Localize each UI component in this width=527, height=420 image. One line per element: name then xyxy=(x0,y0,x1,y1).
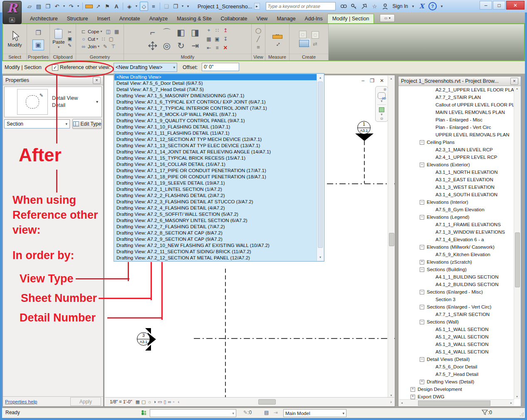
undo-dropdown-icon[interactable]: ▾ xyxy=(62,2,66,10)
dropdown-item[interactable]: Drafting View: A7.1_11_FLASHING DETAIL (… xyxy=(114,130,317,136)
tree-item[interactable]: A7.1_3_WINDOW ELEVATIONS xyxy=(399,228,514,236)
design-options-icon[interactable]: ▤ xyxy=(264,410,269,415)
view-restore-icon[interactable]: ❐ xyxy=(370,78,374,84)
panel-label-properties[interactable]: Properties xyxy=(27,54,49,60)
vertical-scroll-thumb[interactable] xyxy=(389,233,394,246)
sun-path-icon[interactable]: ☼ xyxy=(147,399,151,405)
tree-item[interactable]: A7.1_1_FRAME ELEVATIONS xyxy=(399,221,514,228)
section-tool-icon[interactable]: ◇ xyxy=(140,2,148,11)
open-icon[interactable]: ▱ xyxy=(26,2,33,10)
collapse-icon[interactable]: − xyxy=(420,140,424,145)
collapse-icon[interactable]: − xyxy=(420,305,424,309)
chevron-down-icon[interactable]: ▾ xyxy=(173,65,175,69)
default-3d-view-icon[interactable]: ◈ xyxy=(126,2,133,10)
underlay-icon[interactable]: ≡ xyxy=(254,44,262,51)
dropdown-item[interactable]: Drafting View: A7.2_11_SECTION AT SIDING… xyxy=(114,249,317,255)
rotate-icon[interactable]: ↻ xyxy=(174,39,188,52)
expand-icon[interactable]: + xyxy=(420,380,424,384)
scroll-right-icon[interactable]: › xyxy=(390,399,392,404)
tree-item[interactable]: A7.5_7_Head Detail xyxy=(399,371,514,378)
dropdown-item[interactable]: Drafting View: A7.1_10_FLASHING DETAIL (… xyxy=(114,124,317,130)
panel-label-create[interactable]: Create xyxy=(289,54,328,60)
tree-item[interactable]: A5.1_1_WALL SECTION xyxy=(399,326,514,333)
unpin-icon[interactable]: ↥ xyxy=(221,26,230,35)
dropdown-item[interactable]: Detail View: A7.5_7_Head Detail (7/A7.5) xyxy=(114,86,317,93)
switch-windows-dropdown-icon[interactable]: ▾ xyxy=(181,2,184,10)
collapse-icon[interactable]: − xyxy=(420,357,424,362)
favorites-star-icon[interactable]: ☆ xyxy=(371,2,379,10)
tree-item[interactable]: A7.1_4_Elevation 6 - a xyxy=(399,236,514,243)
expand-icon[interactable]: + xyxy=(411,387,415,392)
browser-vertical-scrollbar[interactable]: ▴ ▾ xyxy=(514,86,520,399)
properties-header[interactable]: Properties ✕ xyxy=(3,76,103,85)
exchange-apps-icon[interactable]: X xyxy=(418,2,426,10)
tab-modify-section[interactable]: Modify | Section xyxy=(327,14,374,23)
help-icon[interactable]: ? xyxy=(428,2,437,10)
dimension-icon[interactable] xyxy=(85,2,93,10)
cut-button[interactable]: ○Cut▾∷▢ xyxy=(81,35,119,42)
tree-item[interactable]: A5.1_4_WALL SECTION xyxy=(399,348,514,356)
tree-item[interactable]: A2.3_1_MAIN LEVEL RCP xyxy=(399,146,514,153)
thin-lines-icon[interactable]: ≡ xyxy=(150,2,157,10)
close-hidden-windows-icon[interactable]: ❏ xyxy=(163,2,170,10)
subscription-key-icon[interactable] xyxy=(350,2,358,10)
dropdown-item[interactable]: Drafting View: A7.1_18_PIPE OR CONDUIT P… xyxy=(114,174,317,180)
scroll-up-icon[interactable]: ▴ xyxy=(317,76,324,79)
search-icon[interactable] xyxy=(340,2,347,10)
panel-label-clipboard[interactable]: Clipboard xyxy=(50,54,76,60)
redo-icon[interactable]: ↷ xyxy=(67,2,75,10)
scroll-left-icon[interactable]: ◂ xyxy=(399,401,405,405)
dropdown-scroll-thumb[interactable] xyxy=(318,82,323,248)
copy-icon[interactable]: ▣ xyxy=(67,36,73,42)
cut-icon[interactable]: ✂ xyxy=(67,30,73,35)
tab-collaborate[interactable]: Collaborate xyxy=(216,14,252,23)
sign-in-label[interactable]: Sign In xyxy=(393,3,408,9)
tag-icon[interactable]: ⚑ xyxy=(104,2,111,10)
tree-item[interactable]: Section 3 xyxy=(399,296,514,303)
tree-item[interactable]: A4.1_2_BUILDING SECTION xyxy=(399,281,514,288)
drawing-horizontal-scrollbar[interactable] xyxy=(183,399,387,405)
dropdown-item[interactable]: Drafting View: A7.1_7_TYPICAL INTERIOR C… xyxy=(114,105,317,111)
scale-icon[interactable]: ▣ xyxy=(213,35,221,43)
apply-button[interactable]: Apply xyxy=(70,397,101,406)
tree-item[interactable]: A3.1_3_WEST ELEVATION xyxy=(399,183,514,191)
mirror-pick-axis-icon[interactable]: ◧ xyxy=(174,26,188,39)
tree-item[interactable]: A7.5_9_Kitchen Elevation xyxy=(399,251,514,258)
tree-item[interactable]: A7.5_6_Door Detail xyxy=(399,363,514,371)
tree-item[interactable]: +Elevations (zScratch) xyxy=(399,258,514,266)
tab-view[interactable]: View xyxy=(252,14,272,23)
tree-item[interactable]: A5.1_3_WALL SECTION xyxy=(399,341,514,348)
application-menu-button[interactable]: R A xyxy=(2,1,22,24)
copy-element-icon[interactable]: ◎ xyxy=(160,39,174,52)
horizontal-scroll-thumb[interactable] xyxy=(258,399,276,405)
offset-icon[interactable]: ⌒ xyxy=(160,26,174,39)
3d-dropdown-icon[interactable]: ▾ xyxy=(135,2,138,10)
undo-icon[interactable]: ↶ xyxy=(53,2,61,10)
tab-insert[interactable]: Insert xyxy=(92,14,114,23)
panel-label-geometry[interactable]: Geometry xyxy=(76,54,124,60)
search-input[interactable] xyxy=(266,2,336,10)
switch-windows-icon[interactable]: ❐ xyxy=(172,2,179,10)
tree-item[interactable]: A7.5_8_Gym Elevation xyxy=(399,206,514,213)
properties-help-link[interactable]: Properties help xyxy=(5,399,37,404)
dropdown-item[interactable]: Detail View: A7.5_6_Door Detail (6/A7.5) xyxy=(114,80,317,86)
tree-item[interactable]: UPPER LEVEL REMOVALS PLAN xyxy=(399,131,514,138)
sync-icon[interactable]: ❐ xyxy=(44,2,52,10)
navbar-close-icon[interactable]: ⊗ xyxy=(383,87,386,91)
tree-item[interactable]: +Design Development xyxy=(399,385,514,393)
dropdown-item[interactable]: Drafting View: A7.2_7_FLASHING DETAIL (7… xyxy=(114,224,317,230)
mirror-draw-axis-icon[interactable]: ◨ xyxy=(188,26,202,39)
dropdown-item[interactable]: Drafting View: A7.2_10_NEW FLASHING AT E… xyxy=(114,242,317,249)
editable-only-icon[interactable]: ✎:0 xyxy=(243,410,252,415)
delete-icon[interactable]: × xyxy=(221,43,230,52)
scroll-up-icon[interactable]: ▴ xyxy=(514,87,520,90)
section-marker-3[interactable]: 3A3.1 xyxy=(137,332,150,346)
dropdown-scrollbar[interactable]: ▴ ▾ xyxy=(317,74,324,261)
browser-horizontal-scrollbar[interactable]: ◂ ▸ xyxy=(399,399,514,406)
properties-windows-icon[interactable]: ❐ xyxy=(32,27,44,38)
dropdown-item[interactable]: Drafting View: A7.1_15_TYPICAL BRICK REC… xyxy=(114,155,317,161)
tree-item[interactable]: A3.1_4_SOUTH ELEVATION xyxy=(399,191,514,198)
scroll-down-icon[interactable]: ▾ xyxy=(514,395,520,398)
tree-item[interactable]: −Elevations (Millwork/ Casework) xyxy=(399,243,514,251)
view-close-icon[interactable]: ✕ xyxy=(380,78,384,84)
